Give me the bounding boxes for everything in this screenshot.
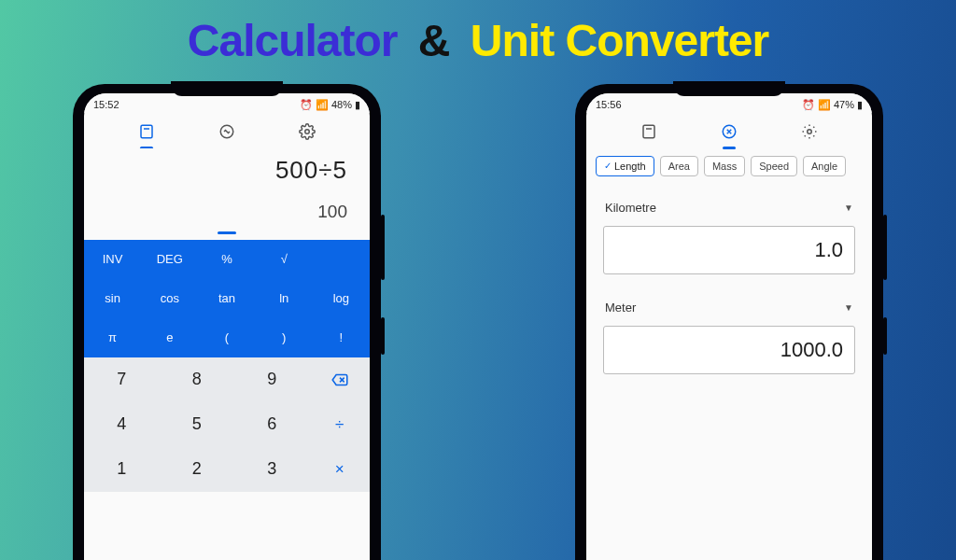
status-icons: ⏰ 📶 bbox=[802, 99, 834, 110]
chevron-down-icon: ▼ bbox=[844, 203, 853, 213]
top-tabs bbox=[84, 113, 370, 148]
status-time: 15:56 bbox=[596, 99, 622, 110]
key-sin[interactable]: sin bbox=[84, 279, 141, 318]
key-1[interactable]: 1 bbox=[84, 447, 160, 492]
phone-calculator: 15:52 ⏰ 📶 48% ▮ 500÷5 100 bbox=[73, 84, 381, 560]
status-right: ⏰ 📶 47% ▮ bbox=[802, 98, 863, 111]
headline-word-1: Calculator bbox=[188, 16, 398, 65]
key-backspace[interactable] bbox=[310, 357, 370, 402]
from-value-input[interactable]: 1.0 bbox=[603, 226, 855, 274]
tab-calculator[interactable] bbox=[135, 120, 158, 143]
status-bar: 15:52 ⏰ 📶 48% ▮ bbox=[84, 93, 370, 113]
key-lparen[interactable]: ( bbox=[198, 318, 255, 357]
calc-result: 100 bbox=[106, 202, 347, 222]
convert-icon bbox=[721, 123, 738, 140]
key-deg[interactable]: DEG bbox=[141, 240, 198, 279]
chip-angle[interactable]: Angle bbox=[803, 156, 846, 176]
phone-side-button bbox=[381, 317, 385, 355]
gear-icon bbox=[801, 123, 818, 140]
tab-converter[interactable] bbox=[718, 120, 740, 143]
calculator-icon bbox=[138, 123, 155, 140]
key-5[interactable]: 5 bbox=[160, 402, 235, 447]
phone-converter: 15:56 ⏰ 📶 47% ▮ Length Area Mass Speed bbox=[575, 84, 883, 560]
top-tabs bbox=[586, 113, 872, 148]
key-8[interactable]: 8 bbox=[160, 357, 235, 402]
chip-mass[interactable]: Mass bbox=[704, 156, 745, 176]
converter-body: Kilometre ▼ 1.0 Meter ▼ 1000.0 bbox=[586, 186, 872, 404]
key-2[interactable]: 2 bbox=[160, 447, 235, 492]
svg-point-12 bbox=[808, 129, 812, 133]
key-sqrt[interactable]: √ bbox=[256, 240, 313, 279]
phone-side-button bbox=[381, 215, 385, 280]
key-ln[interactable]: ln bbox=[256, 279, 313, 318]
key-6[interactable]: 6 bbox=[234, 402, 310, 447]
chip-area[interactable]: Area bbox=[660, 156, 698, 176]
key-divide[interactable]: ÷ bbox=[310, 402, 370, 447]
to-unit-select[interactable]: Meter ▼ bbox=[603, 295, 855, 320]
status-battery: 48% bbox=[331, 99, 352, 110]
from-unit-select[interactable]: Kilometre ▼ bbox=[603, 195, 855, 220]
calc-expression: 500÷5 bbox=[106, 156, 347, 185]
scientific-panel: INV DEG % √ sin cos tan ln log π e ( ) ! bbox=[84, 240, 370, 357]
headline-ampersand: & bbox=[418, 16, 450, 65]
status-icons: ⏰ 📶 bbox=[300, 99, 331, 110]
to-unit-label: Meter bbox=[605, 301, 636, 315]
status-bar: 15:56 ⏰ 📶 47% ▮ bbox=[586, 93, 872, 113]
promo-headline: Calculator & Unit Converter bbox=[0, 15, 956, 66]
key-cos[interactable]: cos bbox=[141, 279, 198, 318]
key-7[interactable]: 7 bbox=[84, 357, 160, 402]
unit-category-chips: Length Area Mass Speed Angle bbox=[586, 148, 872, 186]
chip-speed[interactable]: Speed bbox=[751, 156, 797, 176]
tab-settings[interactable] bbox=[296, 120, 318, 143]
key-multiply[interactable]: × bbox=[310, 447, 370, 492]
key-blank bbox=[313, 240, 370, 279]
phone-side-button bbox=[883, 215, 887, 280]
phone-side-button bbox=[883, 317, 887, 355]
key-9[interactable]: 9 bbox=[234, 357, 310, 402]
key-pi[interactable]: π bbox=[84, 318, 141, 357]
calculator-icon bbox=[640, 123, 657, 140]
key-factorial[interactable]: ! bbox=[313, 318, 370, 357]
svg-rect-9 bbox=[643, 125, 654, 138]
key-e[interactable]: e bbox=[141, 318, 198, 357]
battery-icon: ▮ bbox=[355, 99, 360, 110]
key-rparen[interactable]: ) bbox=[256, 318, 313, 357]
key-4[interactable]: 4 bbox=[84, 402, 160, 447]
backspace-icon bbox=[330, 373, 349, 386]
key-inv[interactable]: INV bbox=[84, 240, 141, 279]
to-value-output: 1000.0 bbox=[603, 326, 855, 374]
status-right: ⏰ 📶 48% ▮ bbox=[300, 98, 360, 111]
calc-display: 500÷5 100 bbox=[84, 148, 370, 240]
chip-length[interactable]: Length bbox=[596, 156, 654, 176]
status-battery: 47% bbox=[834, 99, 854, 110]
key-log[interactable]: log bbox=[313, 279, 370, 318]
numeric-keypad: 7 8 9 4 5 6 ÷ 1 2 3 × bbox=[84, 357, 370, 492]
key-tan[interactable]: tan bbox=[198, 279, 255, 318]
drag-handle[interactable] bbox=[218, 231, 236, 234]
key-percent[interactable]: % bbox=[198, 240, 255, 279]
svg-point-6 bbox=[305, 129, 310, 133]
svg-rect-0 bbox=[141, 125, 152, 138]
key-3[interactable]: 3 bbox=[234, 447, 310, 492]
tab-calculator[interactable] bbox=[638, 120, 660, 143]
tab-settings[interactable] bbox=[798, 120, 821, 143]
gear-icon bbox=[299, 123, 316, 140]
from-unit-label: Kilometre bbox=[605, 201, 656, 215]
status-time: 15:52 bbox=[93, 99, 120, 110]
tab-converter[interactable] bbox=[216, 120, 238, 143]
headline-word-2: Unit Converter bbox=[471, 16, 768, 65]
battery-icon: ▮ bbox=[857, 99, 863, 110]
chevron-down-icon: ▼ bbox=[844, 302, 853, 313]
convert-icon bbox=[218, 123, 235, 140]
